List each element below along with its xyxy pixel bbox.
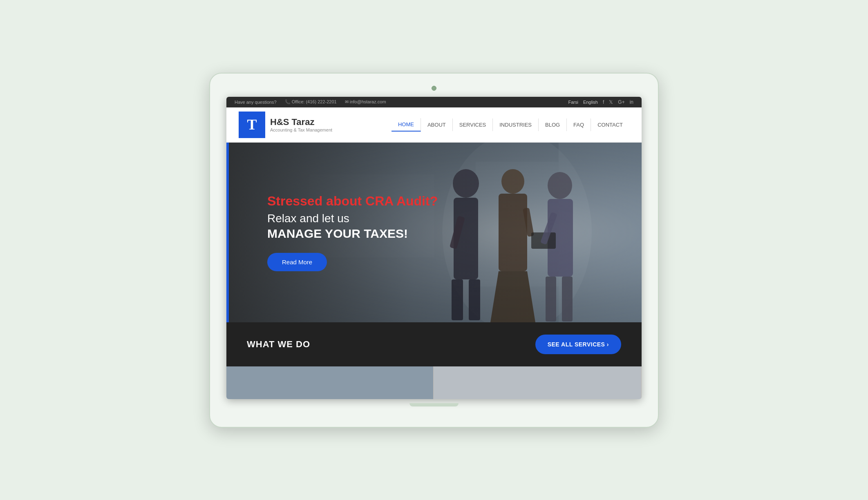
top-bar-left: Have any questions? 📞 Office: (416) 222-… bbox=[235, 99, 386, 105]
nav-industries[interactable]: INDUSTRIES bbox=[493, 118, 539, 131]
site-header: T H&S Taraz Accounting & Tax Management … bbox=[226, 107, 642, 143]
what-we-do-heading: WHAT WE DO bbox=[247, 339, 310, 350]
lang-english[interactable]: English bbox=[583, 100, 598, 105]
laptop-frame: Have any questions? 📞 Office: (416) 222-… bbox=[209, 73, 659, 428]
main-nav: HOME ABOUT SERVICES INDUSTRIES BLOG FAQ … bbox=[391, 118, 629, 132]
email-info: ✉ info@hstaraz.com bbox=[345, 99, 386, 105]
linkedin-icon[interactable]: in bbox=[630, 99, 633, 105]
nav-home[interactable]: HOME bbox=[391, 118, 421, 132]
email-icon: ✉ bbox=[345, 99, 350, 104]
nav-services[interactable]: SERVICES bbox=[453, 118, 493, 131]
service-thumb-1 bbox=[226, 366, 434, 399]
nav-blog[interactable]: BLOG bbox=[539, 118, 567, 131]
phone-number: Office: (416) 222-2201 bbox=[292, 99, 337, 104]
logo-text: H&S Taraz Accounting & Tax Management bbox=[270, 117, 332, 132]
service-thumb-2 bbox=[434, 366, 642, 399]
hero-subline-1: Relax and let us bbox=[267, 212, 438, 225]
see-all-services-button[interactable]: SEE ALL SERVICES › bbox=[535, 335, 621, 354]
logo-area: T H&S Taraz Accounting & Tax Management bbox=[239, 112, 332, 138]
email-address: info@hstaraz.com bbox=[350, 99, 386, 104]
hero-blue-bar bbox=[226, 143, 229, 322]
brand-name: H&S Taraz bbox=[270, 117, 332, 127]
question-label: Have any questions? bbox=[235, 100, 277, 105]
googleplus-icon[interactable]: G+ bbox=[618, 99, 624, 105]
logo-t-block: T bbox=[239, 112, 265, 138]
top-bar: Have any questions? 📞 Office: (416) 222-… bbox=[226, 97, 642, 107]
brand-tagline: Accounting & Tax Management bbox=[270, 127, 332, 132]
nav-about[interactable]: ABOUT bbox=[421, 118, 453, 131]
nav-contact[interactable]: CONTACT bbox=[591, 118, 629, 131]
twitter-icon[interactable]: 𝕏 bbox=[609, 99, 613, 105]
top-bar-right: Farsi English f 𝕏 G+ in bbox=[568, 99, 633, 105]
hero-subline-2: MANAGE YOUR TAXES! bbox=[267, 227, 438, 241]
browser-window: Have any questions? 📞 Office: (416) 222-… bbox=[226, 97, 642, 399]
services-strip bbox=[226, 366, 642, 399]
hero-headline: Stressed about CRA Audit? bbox=[267, 194, 438, 209]
facebook-icon[interactable]: f bbox=[603, 99, 604, 105]
phone-info: 📞 Office: (416) 222-2201 bbox=[285, 99, 337, 105]
hero-section: Stressed about CRA Audit? Relax and let … bbox=[226, 143, 642, 322]
laptop-base bbox=[409, 403, 459, 406]
nav-faq[interactable]: FAQ bbox=[567, 118, 591, 131]
read-more-button[interactable]: Read More bbox=[267, 253, 327, 271]
laptop-camera bbox=[432, 86, 436, 91]
what-we-do-section: WHAT WE DO SEE ALL SERVICES › bbox=[226, 322, 642, 366]
lang-farsi[interactable]: Farsi bbox=[568, 100, 578, 105]
phone-icon: 📞 bbox=[285, 99, 292, 104]
hero-content: Stressed about CRA Audit? Relax and let … bbox=[259, 194, 438, 271]
